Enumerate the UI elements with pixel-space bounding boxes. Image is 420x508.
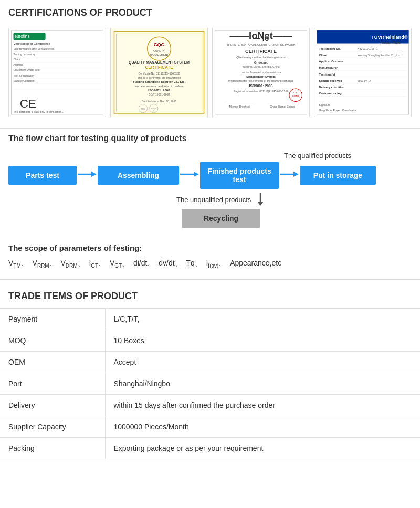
trade-value: 10 Boxes [105,330,420,351]
parameters-line: VTM、 VRRM、 VDRM、 IGT、 VGT、 di/dt、 dv/dt、… [8,257,412,271]
svg-text:Client: Client [14,58,21,61]
svg-text:ISO9001: 2008: ISO9001: 2008 [249,84,273,88]
arrow-3 [279,168,300,183]
svg-text:Manufacturer: Manufacturer [319,66,338,69]
trade-label: Supplier Capacity [0,416,105,437]
svg-text:Test Specification: Test Specification [14,74,35,77]
trade-value: L/C,T/T, [105,308,420,330]
svg-text:Yueqing Shanglong Rectifier Co: Yueqing Shanglong Rectifier Co., Ltd. [133,80,186,83]
trade-section: TRADE ITEMS OF PRODUCT Payment L/C,T/T, … [0,280,420,459]
flowchart-title: The flow chart for testing quality of pr… [8,134,412,143]
svg-text:IAF: IAF [141,108,145,111]
down-arrow-icon [254,192,267,207]
svg-text:This is to certify that the or: This is to certify that the organization [138,76,181,79]
svg-text:CQC: CQC [154,42,165,47]
svg-text:Test Report No.: Test Report No. [319,47,341,50]
svg-text:eurofins: eurofins [15,34,30,39]
svg-text:CQC: CQC [151,108,157,111]
trade-value: 1000000 Pieces/Month [105,416,420,437]
flow-main-row: Parts test Assembling Finished products … [8,162,412,189]
svg-text:IQNet hereby certifies that th: IQNet hereby certifies that the organiza… [236,56,287,59]
svg-text:Xhing Zhang, Zhang: Xhing Zhang, Zhang [270,105,295,108]
svg-marker-97 [257,202,264,206]
svg-text:Verification of Compliance: Verification of Compliance [14,41,51,45]
trade-label: Port [0,373,105,394]
svg-text:Sample received: Sample received [319,79,343,82]
cert-ionet: — Io ——IoNet—— THE INTERNATIONAL CERTIFI… [212,28,310,117]
arrow-2 [179,168,200,183]
unqualified-label: The unqualitied products [176,196,251,204]
svg-text:Yueqing Shangling Rectifier Co: Yueqing Shangling Rectifier Co., Ltd. [358,54,401,57]
svg-text:NB20117013IF-1: NB20117013IF-1 [358,47,378,50]
trade-value: within 15 days after confirmed the purch… [105,394,420,416]
svg-text:QUALITY: QUALITY [153,49,165,52]
certifications-section: CERTIFICATIONS OF PRODUCT eurofins Verif… [0,0,420,128]
svg-text:Elektromagnetische Verträglich: Elektromagnetische Verträglichkeit [14,47,55,50]
trade-row: Packing Exporting package or as per your… [0,437,420,459]
svg-text:ISO9001: 2008: ISO9001: 2008 [148,88,170,92]
svg-marker-91 [91,172,97,177]
svg-text:Which fulfils the requirements: Which fulfils the requirements of the fo… [228,79,293,82]
svg-text:Customer rating: Customer rating [319,92,342,95]
trade-row: Supplier Capacity 1000000 Pieces/Month [0,416,420,437]
svg-text:CQC: CQC [293,91,298,94]
cert-grid: eurofins Verification of Compliance Elek… [0,24,420,128]
cert-cqc: CQC QUALITY MANAGEMENT QUALITY MANAGEMEN… [110,28,208,117]
arrow-1 [77,168,98,183]
svg-text:——IoNet——: ——IoNet—— [229,30,292,41]
svg-text:Delivery condition: Delivery condition [319,86,345,89]
trade-label: Payment [0,308,105,330]
svg-text:Sample Condition: Sample Condition [14,79,35,82]
svg-text:QUALITY MANAGEMENT SYSTEM: QUALITY MANAGEMENT SYSTEM [129,60,190,65]
trade-row: Delivery within 15 days after confirmed … [0,394,420,416]
trade-label: Packing [0,437,105,459]
svg-text:Michael Drechsel: Michael Drechsel [229,105,250,108]
trade-table: Payment L/C,T/T, MOQ 10 Boxes OEM Accept… [0,308,420,459]
svg-text:MANAGEMENT: MANAGEMENT [150,53,169,56]
flowchart-section: The flow chart for testing quality of pr… [0,128,420,238]
unqualified-row: The unqualitied products [176,192,412,207]
trade-row: MOQ 10 Boxes [0,330,420,351]
svg-text:Greg Zhou, Project Coordinator: Greg Zhou, Project Coordinator [319,109,356,112]
trade-value: Accept [105,351,420,373]
cert-eurofins: eurofins Verification of Compliance Elek… [8,28,106,117]
trade-label: OEM [0,351,105,373]
svg-text:Address: Address [14,63,24,66]
certifications-title: CERTIFICATIONS OF PRODUCT [0,0,420,24]
svg-text:Precisely Right.: Precisely Right. [379,40,401,44]
svg-text:This certificate is valid only: This certificate is valid only in connec… [14,110,64,113]
trade-value: Exporting package or as per your require… [105,437,420,459]
svg-text:Certified since: Dec. 28, 2011: Certified since: Dec. 28, 2011 [142,100,177,103]
trade-row: OEM Accept [0,351,420,373]
svg-text:Equipment Under Test: Equipment Under Test [14,68,40,71]
parts-test-button[interactable]: Parts test [8,166,77,185]
recycling-button[interactable]: Recycling [182,209,260,228]
trade-row: Port Shanghai/Ningbo [0,373,420,394]
trade-row: Payment L/C,T/T, [0,308,420,330]
trade-title: TRADE ITEMS OF PRODUCT [0,285,420,308]
svg-text:Client: Client [319,54,328,57]
svg-text:Management System: Management System [246,75,276,78]
svg-text:2017-07-14: 2017-07-14 [358,79,371,82]
svg-marker-93 [194,172,199,177]
svg-text:has implemented and maintains : has implemented and maintains a [241,71,281,74]
svg-text:Registration Number: 00111Q213: Registration Number: 00111Q21345R0S/3302 [234,90,288,93]
svg-text:CHINA: CHINA [292,94,299,97]
svg-text:TÜVRheinland®: TÜVRheinland® [371,35,408,40]
svg-text:Test item(s): Test item(s) [319,73,335,76]
trade-label: MOQ [0,330,105,351]
svg-text:CERTIFICATE: CERTIFICATE [245,49,277,54]
put-in-storage-button[interactable]: Put in storage [300,166,376,185]
finished-products-test-button[interactable]: Finished products test [200,162,279,189]
svg-text:GB/T 19001-2008: GB/T 19001-2008 [149,93,170,96]
svg-text:THE INTERNATIONAL CERTIFICATIO: THE INTERNATIONAL CERTIFICATION NETWORK [227,43,296,46]
trade-value: Shanghai/Ningbo [105,373,420,394]
svg-text:Applicant's name: Applicant's name [319,60,343,63]
svg-text:CE: CE [20,97,36,110]
svg-marker-95 [293,172,299,177]
cert-tuv: TÜVRheinland® Precisely Right. Test Repo… [314,28,412,117]
assembling-button[interactable]: Assembling [98,166,179,185]
svg-text:Testing Laboratory: Testing Laboratory [14,52,36,56]
svg-text:Certificate No. 01111213450053: Certificate No. 0111121345005382 [139,72,180,75]
svg-text:Ghee.set: Ghee.set [254,60,268,64]
